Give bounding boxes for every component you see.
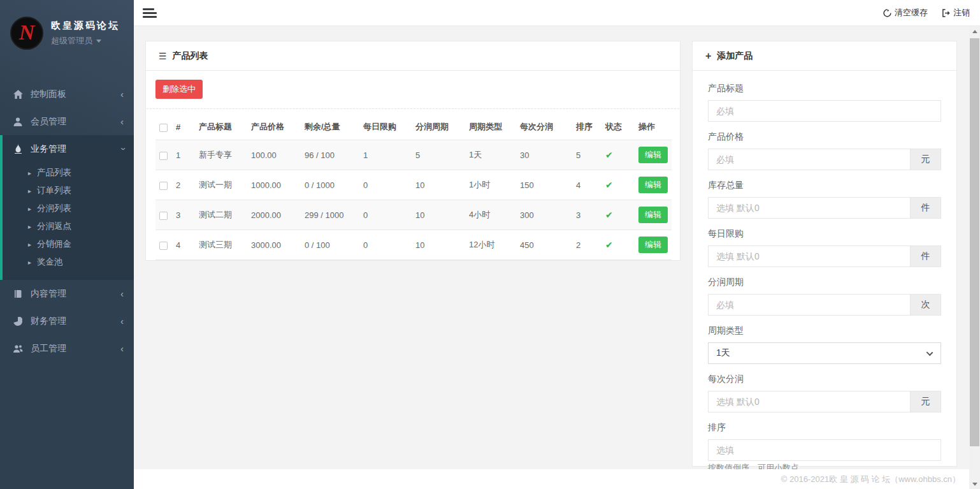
clear-cache-button[interactable]: 清空缓存	[883, 7, 928, 18]
sidebar-item-members[interactable]: 会员管理 ‹	[0, 108, 134, 135]
brand[interactable]: N 欧皇源码论坛 超级管理员	[0, 0, 134, 65]
brand-title: 欧皇源码论坛	[51, 20, 120, 32]
copyright-text: © 2016-2021欧 皇 源 码 论 坛（www.ohbbs.cn）	[781, 474, 960, 485]
row-checkbox[interactable]	[159, 242, 168, 250]
row-checkbox[interactable]	[159, 212, 168, 220]
cell-cycle-type: 1天	[465, 140, 516, 170]
sidebar-item-business[interactable]: 业务管理 ‹	[3, 135, 134, 163]
sidebar-subitem-bonus-pool[interactable]: ▸ 奖金池	[3, 253, 134, 271]
chevron-down-icon	[926, 349, 933, 356]
per-profit-input[interactable]	[708, 391, 911, 412]
sort-input[interactable]	[708, 439, 941, 461]
card-title: 添加产品	[717, 50, 753, 62]
add-product-header: + 添加产品	[693, 41, 956, 71]
add-product-card: + 添加产品 产品标题 产品价格 元 库存总量	[692, 41, 957, 467]
field-label: 分润周期	[708, 277, 941, 288]
sidebar-subitem-profit-list[interactable]: ▸ 分润列表	[3, 200, 134, 217]
col-header: 每日限购	[359, 114, 412, 140]
select-value: 1天	[716, 347, 730, 359]
chevron-left-icon: ‹	[120, 344, 124, 353]
subitem-label: 奖金池	[37, 256, 63, 268]
table-header-row: # 产品标题 产品价格 剩余/总量 每日限购 分润周期 周期类型 每次分润 排序…	[155, 114, 672, 140]
row-checkbox[interactable]	[159, 182, 168, 190]
product-price-input[interactable]	[708, 149, 911, 170]
chevron-left-icon: ‹	[120, 89, 124, 99]
sidebar: N 欧皇源码论坛 超级管理员 控制面板 ‹	[0, 0, 134, 489]
product-list-card: ☰ 产品列表 删除选中 # 产品标题 产品价格 剩余/总量	[145, 41, 681, 261]
cell-num: 1	[172, 140, 195, 170]
edit-button[interactable]: 编辑	[638, 237, 668, 253]
sidebar-subitem-product-list[interactable]: ▸ 产品列表	[3, 164, 134, 182]
product-table: # 产品标题 产品价格 剩余/总量 每日限购 分润周期 周期类型 每次分润 排序…	[155, 114, 672, 260]
col-header: 剩余/总量	[301, 114, 359, 140]
field-label: 产品标题	[708, 83, 941, 94]
sidebar-item-content[interactable]: 内容管理 ‹	[0, 280, 134, 307]
caret-right-icon: ▸	[28, 170, 31, 177]
stock-total-input[interactable]	[708, 197, 911, 219]
unit-addon: 件	[911, 245, 941, 267]
sidebar-nav: 控制面板 ‹ 会员管理 ‹ 业务管理 ‹	[0, 80, 134, 362]
delete-selected-button[interactable]: 删除选中	[155, 80, 203, 99]
subitem-label: 分润列表	[37, 203, 71, 214]
edit-button[interactable]: 编辑	[638, 207, 668, 223]
chevron-left-icon: ‹	[120, 117, 124, 126]
cell-price: 100.00	[247, 140, 301, 170]
sidebar-toggle-icon[interactable]	[143, 6, 157, 19]
sidebar-item-label: 内容管理	[31, 288, 120, 300]
row-checkbox[interactable]	[159, 152, 168, 160]
chevron-left-icon: ‹	[120, 316, 124, 326]
cell-title: 测试二期	[195, 200, 247, 230]
unit-addon: 元	[911, 149, 941, 170]
sidebar-subitem-commission[interactable]: ▸ 分销佣金	[3, 235, 134, 253]
sidebar-item-label: 会员管理	[31, 116, 120, 128]
col-header: #	[172, 114, 195, 140]
sidebar-item-staff[interactable]: 员工管理 ‹	[0, 335, 134, 362]
logout-button[interactable]: 注销	[942, 7, 970, 18]
col-header: 每次分润	[516, 114, 572, 140]
daily-limit-input[interactable]	[708, 245, 911, 267]
sidebar-item-finance[interactable]: 财务管理 ‹	[0, 307, 134, 335]
scroll-up-arrow[interactable]	[969, 26, 980, 36]
scrollbar-thumb[interactable]	[970, 38, 979, 446]
edit-button[interactable]: 编辑	[638, 177, 668, 193]
status-check-icon: ✔	[605, 240, 613, 250]
sidebar-item-label: 财务管理	[31, 316, 120, 327]
content-icon	[13, 289, 23, 298]
field-label: 库存总量	[708, 180, 941, 191]
user-role-dropdown[interactable]: 超级管理员	[51, 35, 120, 47]
select-all-checkbox[interactable]	[159, 124, 168, 132]
sidebar-subitem-profit-rebate[interactable]: ▸ 分润返点	[3, 217, 134, 235]
business-submenu: ▸ 产品列表 ▸ 订单列表 ▸ 分润列表 ▸ 分润返点 ▸ 分销佣金	[3, 163, 134, 280]
cell-sort: 3	[572, 200, 602, 230]
sidebar-subitem-order-list[interactable]: ▸ 订单列表	[3, 182, 134, 200]
scroll-down-arrow[interactable]	[969, 479, 980, 489]
cycle-type-select[interactable]: 1天	[708, 342, 941, 364]
cell-price: 1000.00	[247, 170, 301, 200]
profit-cycle-input[interactable]	[708, 294, 911, 316]
cell-per-profit: 450	[516, 230, 572, 260]
unit-addon: 件	[911, 197, 941, 219]
edit-button[interactable]: 编辑	[638, 147, 668, 163]
cell-per-profit: 300	[516, 200, 572, 230]
cell-sort: 5	[572, 140, 602, 170]
table-row: 3 测试二期 2000.00 299 / 1000 0 10 4小时 300 3…	[155, 200, 672, 230]
col-header: 产品价格	[247, 114, 301, 140]
table-row: 4 测试三期 3000.00 0 / 100 0 10 12小时 450 2 ✔…	[155, 230, 672, 260]
chevron-down-icon: ‹	[117, 147, 127, 150]
nav-group-dashboard: 控制面板 ‹	[0, 80, 134, 108]
product-title-input[interactable]	[708, 100, 941, 122]
cell-sort: 2	[572, 230, 602, 260]
cell-cycle-type: 12小时	[465, 230, 516, 260]
cell-cycle-type: 4小时	[465, 200, 516, 230]
subitem-label: 订单列表	[37, 185, 71, 196]
sidebar-item-dashboard[interactable]: 控制面板 ‹	[0, 80, 134, 108]
vertical-scrollbar[interactable]	[969, 26, 980, 489]
sidebar-item-label: 业务管理	[31, 143, 120, 155]
cell-num: 4	[172, 230, 195, 260]
unit-addon: 元	[911, 391, 941, 412]
topbar: 清空缓存 注销	[134, 0, 980, 26]
cell-daily-limit: 0	[359, 230, 412, 260]
status-check-icon: ✔	[605, 150, 613, 160]
logout-label: 注销	[953, 7, 970, 18]
field-label: 每次分润	[708, 374, 941, 385]
